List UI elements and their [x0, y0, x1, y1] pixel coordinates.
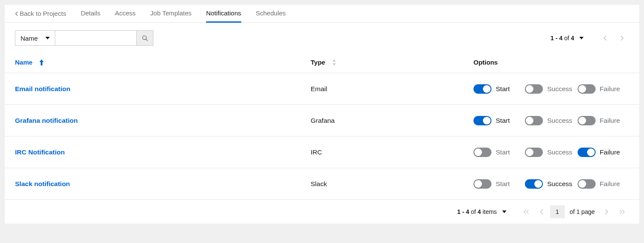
toggle-knob	[474, 148, 482, 156]
option-label-success: Success	[547, 85, 572, 93]
prev-page-button[interactable]	[598, 31, 612, 45]
chevron-right-icon	[620, 36, 624, 41]
cell-type: IRC	[311, 148, 473, 156]
tab-details[interactable]: Details	[81, 5, 100, 23]
filter-group: Name	[15, 30, 153, 46]
caret-down-icon	[45, 37, 50, 39]
toggle-start[interactable]	[473, 148, 491, 157]
top-range-text: 1 - 4 of 4	[551, 35, 574, 41]
option-label-start: Start	[496, 148, 510, 156]
toolbar: Name 1 - 4 of 4	[5, 23, 639, 52]
search-button[interactable]	[136, 30, 153, 46]
option-success: Success	[525, 179, 572, 189]
top-pagination: 1 - 4 of 4	[551, 31, 629, 45]
option-label-failure: Failure	[600, 117, 620, 124]
cell-name: Slack notification	[15, 180, 311, 188]
notification-name-link[interactable]: IRC Notification	[15, 148, 65, 156]
option-label-start: Start	[496, 180, 510, 188]
notification-name-link[interactable]: Slack notification	[15, 180, 70, 187]
filter-field-select[interactable]: Name	[15, 30, 55, 46]
notification-name-link[interactable]: Grafana notification	[15, 117, 78, 124]
cell-name: IRC Notification	[15, 148, 311, 156]
toggle-failure[interactable]	[578, 148, 596, 157]
cell-name: Email notification	[15, 85, 311, 93]
table-row: Slack notificationSlackStartSuccessFailu…	[5, 168, 639, 200]
per-page-caret-icon[interactable]	[579, 37, 584, 39]
cell-name: Grafana notification	[15, 117, 311, 124]
toggle-knob	[474, 180, 482, 188]
prev-page-button[interactable]	[535, 205, 548, 219]
sort-both-icon	[332, 59, 336, 65]
cell-type: Slack	[311, 180, 473, 188]
per-page-caret-icon[interactable]	[502, 210, 506, 213]
toggle-knob	[578, 180, 586, 188]
bottom-range-text: 1 - 4 of 4 items	[457, 208, 497, 215]
option-label-failure: Failure	[600, 148, 620, 156]
toggle-knob	[587, 148, 595, 156]
option-failure: Failure	[578, 84, 620, 94]
tab-label: Details	[81, 9, 100, 17]
option-success: Success	[525, 148, 572, 157]
column-type[interactable]: Type	[311, 59, 473, 66]
option-start: Start	[473, 84, 520, 94]
option-start: Start	[473, 116, 520, 125]
option-label-success: Success	[547, 117, 572, 124]
filter-field-label: Name	[21, 35, 38, 42]
first-page-button[interactable]	[519, 205, 533, 219]
toggle-start[interactable]	[473, 84, 491, 94]
option-failure: Failure	[578, 148, 620, 157]
toggle-start[interactable]	[473, 179, 491, 189]
toggle-failure[interactable]	[578, 116, 596, 125]
tab-job-templates[interactable]: Job Templates	[150, 5, 192, 23]
toggle-start[interactable]	[473, 116, 491, 125]
tab-notifications[interactable]: Notifications	[206, 5, 241, 23]
tab-label: Access	[115, 9, 135, 17]
notification-name-link[interactable]: Email notification	[15, 85, 70, 92]
option-failure: Failure	[578, 179, 620, 189]
column-name[interactable]: Name	[15, 59, 311, 66]
page-of-label: of 1 page	[570, 208, 595, 215]
tab-access[interactable]: Access	[115, 5, 135, 23]
tab-label: Notifications	[206, 9, 241, 17]
toggle-knob	[526, 117, 533, 124]
cell-options: StartSuccessFailure	[473, 179, 629, 189]
bottom-pagination: 1 - 4 of 4 items of 1 page	[5, 200, 639, 224]
table-row: Grafana notificationGrafanaStartSuccessF…	[5, 105, 639, 136]
next-page-button[interactable]	[615, 31, 629, 45]
column-options: Options	[473, 59, 629, 66]
page-number-input[interactable]	[550, 205, 565, 218]
toggle-failure[interactable]	[578, 179, 596, 189]
toggle-knob	[578, 85, 586, 93]
chevron-double-right-icon	[620, 209, 625, 214]
toggle-success[interactable]	[525, 148, 543, 157]
option-success: Success	[525, 84, 572, 94]
toggle-success[interactable]	[525, 179, 543, 189]
cell-options: StartSuccessFailure	[473, 84, 629, 94]
next-page-button[interactable]	[600, 205, 614, 219]
back-label: Back to Projects	[20, 10, 66, 17]
toggle-knob	[526, 148, 533, 156]
toggle-knob	[526, 85, 533, 93]
tab-schedules[interactable]: Schedules	[256, 5, 286, 23]
toggle-knob	[578, 117, 586, 124]
cell-options: StartSuccessFailure	[473, 148, 629, 157]
sort-asc-icon	[39, 59, 44, 65]
chevron-left-icon	[603, 36, 607, 41]
chevron-left-icon	[540, 209, 543, 214]
option-label-start: Start	[496, 85, 510, 93]
back-to-projects-link[interactable]: Back to Projects	[15, 10, 66, 17]
chevron-left-icon	[15, 12, 18, 16]
option-success: Success	[525, 116, 572, 125]
option-label-failure: Failure	[600, 85, 620, 93]
option-label-start: Start	[496, 117, 510, 124]
toggle-success[interactable]	[525, 84, 543, 94]
toggle-failure[interactable]	[578, 84, 596, 94]
table-row: Email notificationEmailStartSuccessFailu…	[5, 73, 639, 105]
last-page-button[interactable]	[615, 205, 629, 219]
table-header: Name Type Options	[5, 52, 639, 73]
tab-label: Job Templates	[150, 9, 192, 17]
search-input[interactable]	[55, 30, 136, 46]
chevron-right-icon	[605, 209, 608, 214]
option-label-failure: Failure	[600, 180, 620, 188]
toggle-success[interactable]	[525, 116, 543, 125]
